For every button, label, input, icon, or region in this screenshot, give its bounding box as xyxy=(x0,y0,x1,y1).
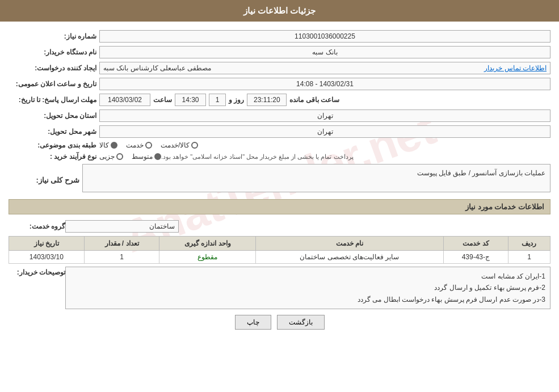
description-label: شرح کلی نیاز: xyxy=(9,176,82,184)
category-kala-khadamat-radio xyxy=(191,142,198,149)
announce-date-value: 1403/02/31 - 14:08 xyxy=(99,78,550,90)
deadline-label: مهلت ارسال پاسخ: تا تاریخ: xyxy=(9,96,99,104)
category-kala-khadamat-label: کالا/خدمت xyxy=(161,141,190,149)
col-header-radif: ردیف xyxy=(508,237,550,251)
province-value: تهران xyxy=(99,109,550,122)
cell-name: سایر فعالیت‌های تخصصی ساختمان xyxy=(256,251,444,264)
city-row: شهر محل تحویل: تهران xyxy=(9,125,550,138)
buyer-org-label: نام دستگاه خریدار: xyxy=(9,48,99,56)
process-radio-group: جزیی متوسط xyxy=(99,153,161,161)
process-jozii-radio xyxy=(116,153,123,160)
category-kala-label: کالا xyxy=(99,141,109,149)
need-number-row: شماره نیاز: 1103001036000225 xyxy=(9,30,550,43)
category-khadamat[interactable]: خدمت xyxy=(126,141,152,149)
process-note: پرداخت تمام یا بخشی از مبلغ خریدار محل "… xyxy=(161,153,354,161)
process-label: نوع فرآیند خرید : xyxy=(9,153,99,161)
city-value: تهران xyxy=(99,125,550,138)
deadline-group: 1403/03/02 ساعت 14:30 1 روز و 23:11:20 س… xyxy=(99,94,550,106)
table-row: 1 ج-43-439 سایر فعالیت‌های تخصصی ساختمان… xyxy=(9,251,550,264)
deadline-remaining-value: 23:11:20 xyxy=(247,94,287,106)
process-motavasset[interactable]: متوسط xyxy=(132,153,161,161)
deadline-time-value: 14:30 xyxy=(175,94,206,106)
creator-name: مصطفی عباسعلی کارشناس بانک سبه xyxy=(103,64,211,72)
process-motavasset-radio xyxy=(154,153,161,160)
col-header-unit: واحد اندازه گیری xyxy=(159,237,256,251)
deadline-days-label: روز و xyxy=(229,96,244,104)
cell-code: ج-43-439 xyxy=(443,251,508,264)
buyer-note-line: 2-فرم پرسش بهاء تکمیل و ارسال گردد xyxy=(70,282,545,293)
deadline-row: مهلت ارسال پاسخ: تا تاریخ: 1403/03/02 سا… xyxy=(9,94,550,106)
buyer-notes-content: 1-ایران کد مشابه است2-فرم پرسش بهاء تکمی… xyxy=(65,267,550,309)
description-row: شرح کلی نیاز: عملیات بازسازی آسانسور / ط… xyxy=(9,164,550,196)
category-kala-radio xyxy=(111,142,117,149)
province-row: استان محل تحویل: تهران xyxy=(9,109,550,122)
buyer-notes-label: توصیحات خریدار: xyxy=(9,267,65,309)
process-jozii-label: جزیی xyxy=(99,153,115,161)
process-motavasset-label: متوسط xyxy=(132,153,153,161)
col-header-date: تاریخ نیاز xyxy=(9,237,85,251)
services-table: ردیف کد خدمت نام خدمت واحد اندازه گیری ت… xyxy=(9,236,550,264)
process-row: نوع فرآیند خرید : جزیی متوسط پرداخت تمام… xyxy=(9,153,550,161)
deadline-time-label: ساعت xyxy=(153,96,172,104)
description-value: عملیات بازسازی آسانسور / طبق فایل پیوست xyxy=(82,164,550,192)
cell-radif: 1 xyxy=(508,251,550,264)
category-khadamat-label: خدمت xyxy=(126,141,144,149)
table-header-row: ردیف کد خدمت نام خدمت واحد اندازه گیری ت… xyxy=(9,237,550,251)
back-button[interactable]: بازگشت xyxy=(277,315,325,330)
buyer-note-line: 3-در صورت عدم ارسال فرم پرسش بهاء درخواس… xyxy=(70,294,545,305)
buyer-note-line: 1-ایران کد مشابه است xyxy=(70,271,545,282)
city-label: شهر محل تحویل: xyxy=(9,128,99,136)
cell-quantity: 1 xyxy=(84,251,159,264)
buyer-org-value: بانک سبه xyxy=(99,46,550,58)
announce-date-label: تاریخ و ساعت اعلان عمومی: xyxy=(9,80,99,88)
buttons-row: بازگشت چاپ xyxy=(9,315,550,330)
deadline-date-value: 1403/03/02 xyxy=(99,94,150,106)
cell-date: 1403/03/10 xyxy=(9,251,85,264)
buyer-notes-row: توصیحات خریدار: 1-ایران کد مشابه است2-فر… xyxy=(9,267,550,309)
process-jozii[interactable]: جزیی xyxy=(99,153,123,161)
cell-unit: مقطوع xyxy=(159,251,256,264)
category-khadamat-radio xyxy=(145,142,152,149)
col-header-name: نام خدمت xyxy=(256,237,444,251)
content-area: AnatTender.net شماره نیاز: 1103001036000… xyxy=(0,22,559,344)
col-header-quantity: تعداد / مقدار xyxy=(84,237,159,251)
page-header: جزئیات اطلاعات نیاز xyxy=(0,0,559,22)
deadline-remaining-label: ساعت باقی مانده xyxy=(289,96,339,104)
service-group-row: گروه خدمت: ساختمان xyxy=(9,220,550,233)
need-number-value: 1103001036000225 xyxy=(99,30,550,43)
creator-label: ایجاد کننده درخواست: xyxy=(9,64,99,72)
print-button[interactable]: چاپ xyxy=(235,315,271,330)
need-number-label: شماره نیاز: xyxy=(9,32,99,40)
category-row: طبقه بندی موضوعی: کالا خدمت کالا/خدمت xyxy=(9,141,550,149)
creator-row: ایجاد کننده درخواست: مصطفی عباسعلی کارشن… xyxy=(9,62,550,74)
category-kala-khadamat[interactable]: کالا/خدمت xyxy=(161,141,198,149)
service-group-label: گروه خدمت: xyxy=(9,222,65,230)
creator-value: مصطفی عباسعلی کارشناس بانک سبه اطلاعات ت… xyxy=(99,62,550,74)
province-label: استان محل تحویل: xyxy=(9,112,99,120)
buyer-org-row: نام دستگاه خریدار: بانک سبه xyxy=(9,46,550,58)
contact-link[interactable]: اطلاعات تماس خریدار xyxy=(484,64,547,72)
deadline-days-value: 1 xyxy=(209,94,226,106)
category-kala[interactable]: کالا xyxy=(99,141,117,149)
page-title: جزئیات اطلاعات نیاز xyxy=(243,6,316,15)
col-header-code: کد خدمت xyxy=(443,237,508,251)
services-section-title: اطلاعات خدمات مورد نیاز xyxy=(9,199,550,214)
announce-date-row: تاریخ و ساعت اعلان عمومی: 1403/02/31 - 1… xyxy=(9,78,550,90)
category-label: طبقه بندی موضوعی: xyxy=(9,141,99,149)
service-group-value: ساختمان xyxy=(65,220,179,233)
category-radio-group: کالا خدمت کالا/خدمت xyxy=(99,141,198,149)
